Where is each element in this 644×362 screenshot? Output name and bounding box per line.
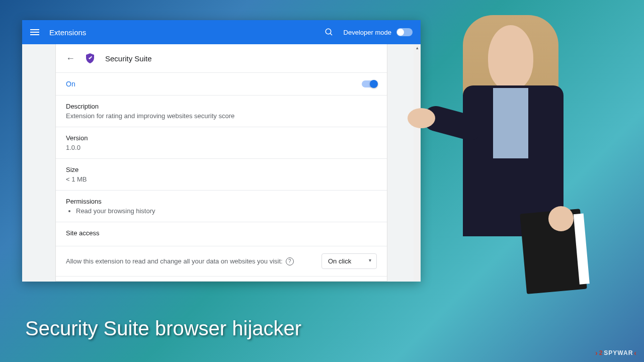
- version-label: Version: [66, 134, 377, 142]
- site-access-label: Site access: [66, 229, 377, 237]
- site-access-section: Site access: [56, 222, 387, 246]
- extensions-window: Extensions Developer mode ← Security Sui…: [22, 20, 421, 282]
- version-section: Version 1.0.0: [56, 127, 387, 158]
- description-text: Extension for rating and improving websi…: [66, 112, 377, 120]
- search-icon[interactable]: [325, 28, 334, 37]
- extension-name: Security Suite: [105, 54, 152, 63]
- extension-header: ← Security Suite: [56, 44, 387, 72]
- version-value: 1.0.0: [66, 144, 377, 151]
- permission-item: Read your browsing history: [76, 207, 377, 215]
- developer-mode-group: Developer mode: [344, 28, 413, 36]
- help-icon[interactable]: ?: [286, 257, 294, 265]
- scrollbar[interactable]: ▴: [414, 44, 421, 282]
- toolbar-title: Extensions: [49, 28, 86, 37]
- dev-mode-toggle[interactable]: [396, 28, 413, 36]
- on-label: On: [66, 80, 75, 88]
- watermark-arrow-right-icon: ‹: [634, 349, 637, 357]
- svg-line-1: [330, 33, 332, 35]
- caption-text: Security Suite browser hijacker: [25, 317, 301, 340]
- extension-shield-icon: [84, 52, 96, 64]
- toolbar: Extensions Developer mode: [22, 20, 421, 44]
- watermark: › 2 SPYWAR ‹: [595, 349, 637, 357]
- back-arrow-icon[interactable]: ←: [66, 53, 75, 64]
- presenter-person: [413, 10, 594, 352]
- menu-icon[interactable]: [30, 29, 39, 35]
- description-section: Description Extension for rating and imp…: [56, 95, 387, 127]
- site-access-dropdown[interactable]: On click: [321, 253, 377, 269]
- svg-point-0: [326, 29, 331, 34]
- permissions-section: Permissions Read your browsing history: [56, 190, 387, 222]
- size-label: Size: [66, 166, 377, 173]
- scroll-up-icon[interactable]: ▴: [414, 44, 421, 51]
- dev-mode-label: Developer mode: [344, 29, 391, 36]
- size-value: < 1 MB: [66, 175, 377, 183]
- content-area: ← Security Suite On Description Extensio…: [22, 44, 421, 282]
- incognito-section: Allow in Incognito Warning: Google Chrom…: [56, 276, 387, 282]
- site-access-text: Allow this extension to read and change …: [66, 257, 283, 265]
- on-section: On: [56, 72, 387, 95]
- size-section: Size < 1 MB: [56, 158, 387, 190]
- watermark-arrow-left-icon: ›: [595, 349, 598, 357]
- extension-enable-toggle[interactable]: [362, 80, 377, 87]
- site-access-row: Allow this extension to read and change …: [56, 246, 387, 276]
- extension-detail-panel: ← Security Suite On Description Extensio…: [55, 44, 387, 282]
- watermark-text: SPYWAR: [604, 349, 633, 356]
- description-label: Description: [66, 103, 377, 110]
- permissions-label: Permissions: [66, 198, 377, 205]
